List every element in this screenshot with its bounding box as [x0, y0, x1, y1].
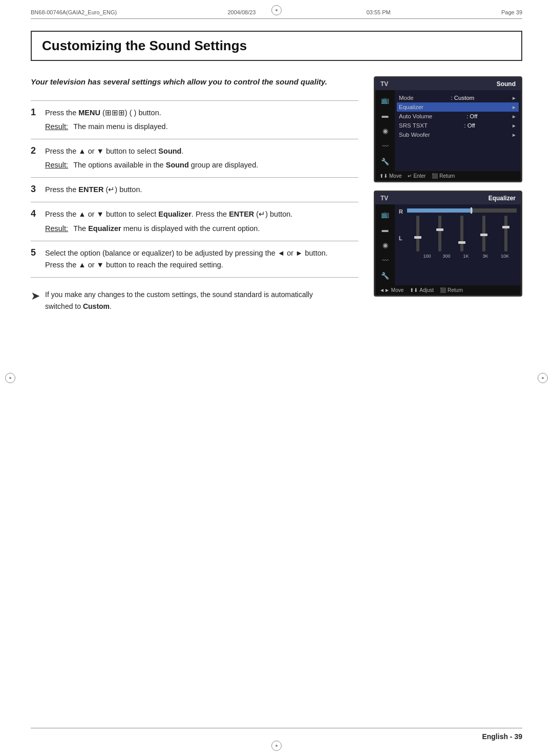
step-instruction: Select the option (balance or equalizer)… [45, 247, 358, 259]
tip-text: If you make any changes to the custom se… [45, 289, 317, 312]
sound-menu-tv-label: TV [380, 80, 388, 88]
footer-move: ⬆⬇ Move [379, 173, 401, 179]
step-number: 2 [31, 139, 45, 177]
eq-slider-thumb [480, 234, 487, 236]
page-title: Customizing the Sound Settings [42, 38, 511, 54]
footer-enter: ↵ Enter [408, 173, 426, 179]
eq-bar-wrap [453, 216, 471, 251]
eq-bar-wrap [497, 216, 515, 251]
eq-sidebar-icon-1: 📺 [379, 208, 391, 220]
menu-arrow-icon: ► [512, 104, 517, 110]
result-label: Result: [45, 159, 68, 171]
step-number: 4 [31, 202, 45, 241]
main-content: Customizing the Sound Settings Your tele… [31, 31, 522, 725]
page-footer: English - 39 [31, 728, 522, 741]
menu-arrow-icon: ► [512, 132, 517, 138]
eq-return-icon: ⬛ [440, 287, 446, 293]
equalizer-screen: TV Equalizer 📺 ▬ ◉ [374, 191, 522, 297]
header-date: 2004/08/23 [227, 9, 256, 15]
eq-main: R L [395, 204, 521, 285]
eq-bar-wrap [409, 216, 427, 251]
eq-r-label: R [399, 208, 403, 215]
eq-rect-icon: ▬ [382, 226, 389, 234]
eq-footer-move: ◄► Move [379, 287, 403, 293]
step-result-row: Result:The main menu is displayed. [45, 121, 358, 133]
registration-mark-left [5, 373, 15, 383]
eq-slider-thumb [502, 226, 509, 228]
registration-mark-bottom [271, 741, 282, 751]
menu-row-label: SRS TSXT [399, 122, 428, 129]
step-row: 5Select the option (balance or equalizer… [31, 241, 358, 277]
eq-l-label: L [399, 235, 402, 241]
rectangle-icon: ▬ [382, 112, 389, 119]
eq-sidebar-icon-4: 〰 [379, 255, 391, 266]
menu-row: SRS TSXT: Off► [399, 121, 517, 130]
sidebar-icon-1: 📺 [379, 94, 391, 106]
return-icon: ⬛ [432, 173, 438, 179]
eq-body: 📺 ▬ ◉ 〰 🔧 [375, 204, 521, 285]
intro-paragraph: Your television has several settings whi… [31, 76, 328, 88]
eq-freq-label: 100 [417, 254, 437, 259]
eq-freq-label: 300 [437, 254, 456, 259]
step-number: 1 [31, 100, 45, 139]
eq-slider-track [482, 216, 485, 251]
menu-row-label: Mode [399, 95, 414, 101]
page-number: English - 39 [482, 732, 522, 741]
step-result-row: Result:The options available in the Soun… [45, 159, 358, 171]
menu-row-label: Sub Woofer [399, 132, 430, 138]
result-text: The main menu is displayed. [73, 121, 168, 133]
eq-slider-thumb [436, 228, 443, 231]
enter-label: Enter [413, 173, 426, 179]
result-label: Result: [45, 121, 68, 133]
header-page: Page 39 [501, 9, 522, 15]
right-column: TV Sound 📺 ▬ ◉ [374, 76, 522, 312]
wave-icon: 〰 [382, 142, 389, 150]
eq-sidebar-icon-5: 🔧 [379, 270, 391, 281]
eq-bars-container [407, 216, 517, 251]
eq-move-icon: ◄► [379, 287, 390, 293]
enter-icon: ↵ [408, 173, 412, 179]
step-instruction: Press the ENTER (↵) button. [45, 184, 358, 196]
eq-bar-wrap [431, 216, 449, 251]
step-number: 5 [31, 241, 45, 277]
eq-sidebar-icon-3: ◉ [379, 239, 391, 250]
eq-footer: ◄► Move ⬆⬇ Adjust ⬛ Return [375, 285, 521, 295]
eq-adjust-label: Adjust [419, 287, 434, 293]
sidebar-icon-4: 〰 [379, 140, 391, 152]
result-text: The Equalizer menu is displayed with the… [73, 223, 260, 235]
eq-slider-track [416, 216, 419, 251]
menu-row-value: : Off [464, 122, 475, 129]
eq-freq-label: 3K [476, 254, 495, 259]
move-icon: ⬆⬇ [379, 173, 388, 179]
eq-sidebar: 📺 ▬ ◉ 〰 🔧 [375, 204, 395, 285]
menu-row-label: Auto Volume [399, 113, 432, 119]
result-text: The options available in the Sound group… [73, 159, 258, 171]
step-content: Press the ▲ or ▼ button to select Sound.… [45, 139, 358, 177]
antenna-icon: 📺 [381, 96, 389, 104]
eq-volume-fill [407, 208, 473, 213]
step-row: 3Press the ENTER (↵) button. [31, 178, 358, 202]
menu-arrow-icon: ► [512, 123, 517, 129]
eq-freq-label: 10K [495, 254, 515, 259]
menu-row: Mode: Custom► [399, 93, 517, 102]
sound-menu-sidebar: 📺 ▬ ◉ 〰 🔧 [375, 90, 395, 171]
registration-mark-right [538, 373, 548, 383]
sidebar-icon-5: 🔧 [379, 156, 391, 167]
step-row: 2Press the ▲ or ▼ button to select Sound… [31, 139, 358, 177]
step-content: Press the ▲ or ▼ button to select Equali… [45, 202, 358, 241]
eq-freq-label: 1K [456, 254, 476, 259]
circle-icon: ◉ [382, 127, 388, 135]
menu-arrow-icon: ► [512, 114, 517, 119]
step-result-row: Result:The Equalizer menu is displayed w… [45, 223, 358, 235]
step-number: 3 [31, 178, 45, 202]
sound-menu-header: TV Sound [375, 78, 521, 90]
eq-wave-icon: 〰 [382, 257, 389, 264]
eq-sidebar-icon-2: ▬ [379, 224, 391, 235]
footer-return: ⬛ Return [432, 173, 455, 179]
step-instruction-line2: Press the ▲ or ▼ button to reach the req… [45, 259, 358, 271]
sound-menu-rows: Mode: Custom►Equalizer►Auto Volume: Off►… [395, 90, 521, 171]
header-file-info: BN68-00746A(GAIA2_Euro_ENG) [31, 9, 117, 15]
menu-row-value: : Custom [451, 95, 474, 101]
menu-arrow-icon: ► [512, 95, 517, 101]
menu-row-value: : Off [466, 113, 478, 119]
